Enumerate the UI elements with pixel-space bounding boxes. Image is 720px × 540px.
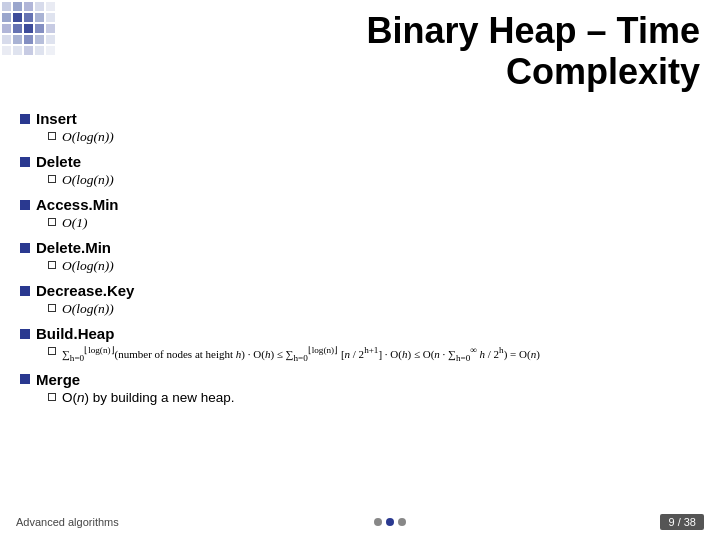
item-insert-sub: O(log(n))	[62, 129, 114, 145]
sub-bullet-deletemin	[48, 261, 56, 269]
title-line1: Binary Heap – Time	[367, 10, 700, 51]
item-decreasekey-label: Decrease.Key	[36, 282, 134, 299]
svg-rect-5	[46, 2, 55, 11]
svg-rect-4	[35, 2, 44, 11]
item-decreasekey-sub: O(log(n))	[62, 301, 114, 317]
item-delete-label: Delete	[36, 153, 81, 170]
page-number: 9 / 38	[660, 514, 704, 530]
svg-rect-15	[46, 24, 55, 33]
svg-rect-24	[35, 46, 44, 55]
bullet-merge	[20, 374, 30, 384]
svg-rect-16	[2, 35, 11, 44]
item-buildheap-sub: ∑h=0⌊log(n)⌋(number of nodes at height h…	[62, 344, 540, 363]
svg-rect-14	[35, 24, 44, 33]
svg-rect-25	[46, 46, 55, 55]
item-buildheap: Build.Heap ∑h=0⌊log(n)⌋(number of nodes …	[20, 325, 700, 363]
slide-footer: Advanced algorithms 9 / 38	[0, 504, 720, 540]
bullet-delete	[20, 157, 30, 167]
svg-rect-1	[2, 2, 11, 11]
item-deletemin-sub: O(log(n))	[62, 258, 114, 274]
item-deletemin: Delete.Min O(log(n))	[20, 239, 700, 274]
svg-rect-22	[13, 46, 22, 55]
slide-dots	[374, 518, 406, 526]
item-delete-sub: O(log(n))	[62, 172, 114, 188]
title-line2: Complexity	[506, 51, 700, 92]
item-decreasekey: Decrease.Key O(log(n))	[20, 282, 700, 317]
item-accessmin-label: Access.Min	[36, 196, 119, 213]
sub-bullet-accessmin	[48, 218, 56, 226]
course-label: Advanced algorithms	[16, 516, 119, 528]
svg-rect-6	[2, 13, 11, 22]
dot-3	[398, 518, 406, 526]
item-accessmin: Access.Min O(1)	[20, 196, 700, 231]
content-area: Insert O(log(n)) Delete O(log(n)) Access…	[20, 110, 700, 500]
bullet-deletemin	[20, 243, 30, 253]
svg-rect-18	[24, 35, 33, 44]
svg-rect-19	[35, 35, 44, 44]
svg-rect-9	[35, 13, 44, 22]
svg-rect-3	[24, 2, 33, 11]
svg-rect-8	[24, 13, 33, 22]
deco-pattern	[0, 0, 65, 65]
bullet-buildheap	[20, 329, 30, 339]
item-insert: Insert O(log(n))	[20, 110, 700, 145]
sub-bullet-merge	[48, 393, 56, 401]
svg-rect-10	[46, 13, 55, 22]
slide-title: Binary Heap – Time Complexity	[367, 10, 700, 93]
svg-rect-2	[13, 2, 22, 11]
svg-rect-11	[2, 24, 11, 33]
svg-rect-7	[13, 13, 22, 22]
dot-2	[386, 518, 394, 526]
svg-rect-21	[2, 46, 11, 55]
bullet-decreasekey	[20, 286, 30, 296]
item-deletemin-label: Delete.Min	[36, 239, 111, 256]
sub-bullet-delete	[48, 175, 56, 183]
sub-bullet-buildheap	[48, 347, 56, 355]
svg-rect-12	[13, 24, 22, 33]
item-accessmin-sub: O(1)	[62, 215, 88, 231]
item-merge: Merge O(n) by building a new heap.	[20, 371, 700, 405]
bullet-accessmin	[20, 200, 30, 210]
svg-rect-23	[24, 46, 33, 55]
sub-bullet-decreasekey	[48, 304, 56, 312]
item-insert-label: Insert	[36, 110, 77, 127]
item-merge-sub: O(n) by building a new heap.	[62, 390, 235, 405]
dot-1	[374, 518, 382, 526]
svg-rect-20	[46, 35, 55, 44]
item-buildheap-label: Build.Heap	[36, 325, 114, 342]
svg-rect-17	[13, 35, 22, 44]
sub-bullet-insert	[48, 132, 56, 140]
item-merge-label: Merge	[36, 371, 80, 388]
bullet-insert	[20, 114, 30, 124]
svg-rect-13	[24, 24, 33, 33]
item-delete: Delete O(log(n))	[20, 153, 700, 188]
